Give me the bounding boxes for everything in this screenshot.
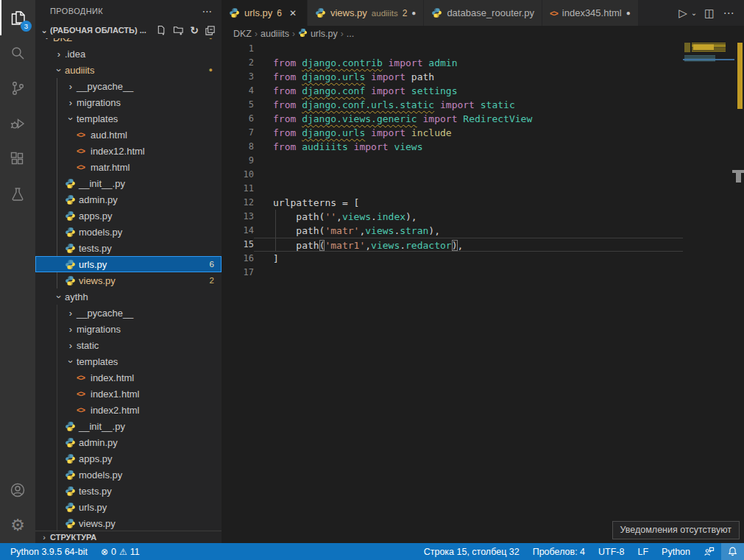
- tab-database_roouter.py[interactable]: database_roouter.py: [424, 0, 542, 26]
- minimap[interactable]: [683, 42, 734, 543]
- file-tree: ›DKZ●›.idea›audiiits●›__pycache__›migrat…: [35, 38, 222, 531]
- tree-file-views.py[interactable]: views.py2: [35, 272, 222, 288]
- code-line-17[interactable]: 17: [222, 266, 683, 280]
- explorer-sidebar: ПРОВОДНИК ⋯ ⌄ (РАБОЧАЯ ОБЛАСТЬ) ... ↻ ›D…: [35, 0, 222, 543]
- tree-file-matr.html[interactable]: <>matr.html: [35, 159, 222, 175]
- tree-file-admin.py[interactable]: admin.py: [35, 434, 222, 450]
- tree-file-models.py[interactable]: models.py: [35, 224, 222, 240]
- collapse-all-icon[interactable]: [205, 25, 216, 36]
- tree-file-apps.py[interactable]: apps.py: [35, 450, 222, 467]
- code-line-10[interactable]: 10: [222, 168, 683, 182]
- feedback-icon[interactable]: [697, 543, 721, 560]
- code-line-3[interactable]: 3from django.urls import path: [222, 70, 683, 84]
- tree-folder-migrations[interactable]: ›migrations: [35, 94, 222, 110]
- notifications-tooltip: Уведомления отсутствуют: [612, 521, 740, 539]
- code-line-7[interactable]: 7from django.urls import include: [222, 126, 683, 140]
- breadcrumb: DKZ›audiiits›urls.py›...: [222, 26, 744, 42]
- sidebar-more-actions-icon[interactable]: ⋯: [202, 5, 213, 17]
- tree-item-label: models.py: [79, 227, 122, 238]
- breadcrumb-item-urls.py[interactable]: urls.py: [298, 28, 338, 40]
- code-line-9[interactable]: 9: [222, 154, 683, 168]
- refresh-icon[interactable]: ↻: [190, 25, 199, 36]
- explorer-icon[interactable]: 3: [0, 0, 35, 35]
- code-line-4[interactable]: 4from django.conf import settings: [222, 84, 683, 98]
- code-line-13[interactable]: 13 path('',views.index),: [222, 210, 683, 224]
- tab-index345.html[interactable]: <>index345.html●: [542, 0, 639, 26]
- scrollbar-thumb[interactable]: [736, 173, 741, 182]
- tree-file-__init__.py[interactable]: __init__.py: [35, 175, 222, 191]
- breadcrumb-item-...[interactable]: ...: [347, 29, 354, 39]
- tree-file-tests.py[interactable]: tests.py: [35, 240, 222, 256]
- source-control-icon[interactable]: [0, 71, 35, 106]
- line-number: 7: [222, 126, 254, 140]
- indentation-status[interactable]: Пробелов: 4: [526, 543, 592, 560]
- run-dropdown-chevron-icon[interactable]: ⌄: [690, 9, 698, 17]
- notifications-bell-icon[interactable]: [721, 543, 744, 560]
- tree-folder-.idea[interactable]: ›.idea: [35, 46, 222, 62]
- code-line-15[interactable]: 15 path('matr1',views.redactor),: [222, 238, 683, 252]
- code-line-6[interactable]: 6from django.views.generic import Redire…: [222, 112, 683, 126]
- tree-folder-audiiits[interactable]: ›audiiits●: [35, 62, 222, 78]
- tree-folder-templates[interactable]: ›templates: [35, 110, 222, 127]
- breadcrumb-item-DKZ[interactable]: DKZ: [233, 29, 252, 39]
- search-icon[interactable]: [0, 35, 35, 71]
- tree-file-index12.html[interactable]: <>index12.html: [35, 143, 222, 159]
- scrollbar[interactable]: [734, 42, 744, 543]
- run-button-icon[interactable]: ▷: [675, 7, 691, 20]
- modified-dot-icon: ●: [209, 66, 213, 74]
- tree-file-index2.html[interactable]: <>index2.html: [35, 402, 222, 418]
- tree-folder-migrations[interactable]: ›migrations: [35, 321, 222, 337]
- code-line-1[interactable]: 1: [222, 42, 683, 56]
- tree-file-urls.py[interactable]: urls.py6: [35, 256, 222, 272]
- code-line-11[interactable]: 11: [222, 182, 683, 196]
- line-number: 6: [222, 112, 254, 126]
- python-file-icon: [298, 28, 308, 40]
- tree-file-index.html[interactable]: <>index.html: [35, 369, 222, 386]
- tree-item-label: matr.html: [91, 162, 130, 173]
- tree-folder-__pycache__[interactable]: ›__pycache__: [35, 305, 222, 321]
- code-area[interactable]: 12from django.contrib import admin3from …: [222, 42, 683, 543]
- split-editor-icon[interactable]: ◫: [701, 7, 718, 20]
- code-line-16[interactable]: 16]: [222, 252, 683, 266]
- problems-status[interactable]: ⊗ 0 ⚠ 11: [94, 543, 146, 560]
- close-icon[interactable]: ✕: [286, 8, 300, 18]
- eol-status[interactable]: LF: [631, 543, 655, 560]
- outline-section-header[interactable]: › СТРУКТУРА: [35, 531, 222, 543]
- run-and-debug-icon[interactable]: [0, 106, 35, 141]
- code-line-12[interactable]: 12urlpatterns = [: [222, 196, 683, 210]
- new-file-icon[interactable]: [156, 25, 167, 36]
- tree-folder-DKZ[interactable]: ›DKZ●: [35, 38, 222, 46]
- tree-file-views.py[interactable]: views.py: [35, 515, 222, 531]
- tree-item-label: .idea: [65, 49, 85, 60]
- tree-file-urls.py[interactable]: urls.py: [35, 499, 222, 515]
- encoding-status[interactable]: UTF-8: [592, 543, 631, 560]
- python-interpreter-status[interactable]: Python 3.9.5 64-bit: [0, 543, 94, 560]
- language-mode-status[interactable]: Python: [655, 543, 697, 560]
- more-actions-icon[interactable]: ⋯: [720, 7, 737, 20]
- tree-folder-__pycache__[interactable]: ›__pycache__: [35, 78, 222, 94]
- tree-file-tests.py[interactable]: tests.py: [35, 483, 222, 499]
- tree-folder-aythh[interactable]: ›aythh: [35, 288, 222, 305]
- extensions-icon[interactable]: [0, 141, 35, 177]
- account-icon[interactable]: [0, 472, 35, 508]
- code-line-2[interactable]: 2from django.contrib import admin: [222, 56, 683, 70]
- tree-file-models.py[interactable]: models.py: [35, 467, 222, 483]
- code-line-14[interactable]: 14 path('matr',views.stran),: [222, 224, 683, 238]
- tree-file-admin.py[interactable]: admin.py: [35, 191, 222, 208]
- testing-beaker-icon[interactable]: [0, 177, 35, 212]
- tree-file-apps.py[interactable]: apps.py: [35, 208, 222, 224]
- settings-gear-icon[interactable]: ⚙: [0, 508, 35, 543]
- tree-folder-templates[interactable]: ›templates: [35, 353, 222, 369]
- tab-urls.py[interactable]: urls.py6✕: [222, 0, 308, 26]
- code-line-5[interactable]: 5from django.conf.urls.static import sta…: [222, 98, 683, 112]
- cursor-position-status[interactable]: Строка 15, столбец 32: [414, 543, 526, 560]
- breadcrumb-item-audiiits[interactable]: audiiits: [261, 29, 289, 39]
- new-folder-icon[interactable]: [173, 25, 184, 36]
- tree-folder-static[interactable]: ›static: [35, 337, 222, 353]
- tree-file-index1.html[interactable]: <>index1.html: [35, 386, 222, 402]
- code-line-8[interactable]: 8from audiiits import views: [222, 140, 683, 154]
- tree-file-aud.html[interactable]: <>aud.html: [35, 127, 222, 143]
- tree-file-__init__.py[interactable]: __init__.py: [35, 418, 222, 434]
- tab-views.py[interactable]: views.pyaudiiits2●: [308, 0, 424, 26]
- workspace-section-header[interactable]: ⌄ (РАБОЧАЯ ОБЛАСТЬ) ... ↻: [35, 22, 222, 38]
